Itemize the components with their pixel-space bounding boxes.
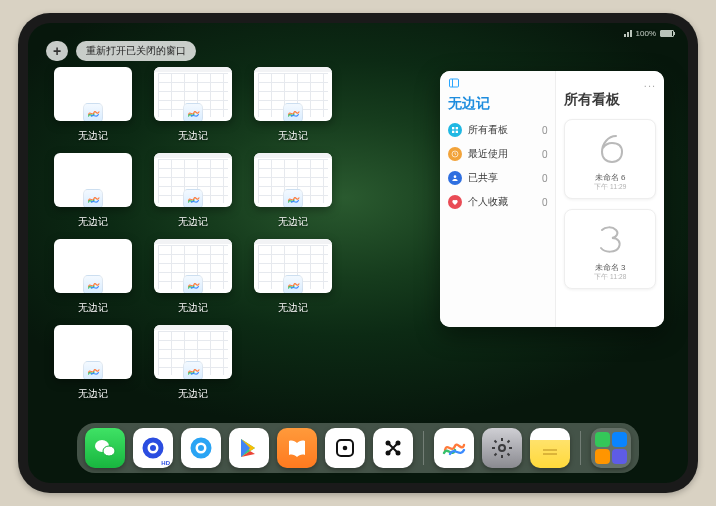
boards-list: 未命名 6下午 11:29未命名 3下午 11:28 [564,119,656,289]
window-label: 无边记 [254,215,332,229]
window-thumbnail[interactable]: 无边记 [154,239,232,315]
svg-rect-5 [456,131,458,133]
svg-point-11 [150,445,156,451]
person-icon [448,171,462,185]
category-count: 0 [542,197,548,208]
window-preview [54,239,132,293]
window-thumbnail[interactable]: 无边记 [54,153,132,229]
category-count: 0 [542,173,548,184]
board-thumbnail [584,216,636,260]
freeform-split-window[interactable]: 无边记 所有看板0最近使用0已共享0个人收藏0 ... 所有看板 未命名 6下午… [440,71,664,327]
ipad-device-frame: 100% + 重新打开已关闭的窗口 无边记无边记无边记无边记无边记无边记无边记无… [18,13,698,493]
dock: HD [77,423,639,473]
board-subtitle: 下午 11:29 [594,183,626,192]
category-label: 最近使用 [468,147,508,161]
dock-app-connect[interactable] [373,428,413,468]
sidebar-category-item[interactable]: 已共享0 [448,171,547,185]
svg-rect-4 [452,131,454,133]
window-thumbnail[interactable]: 无边记 [54,239,132,315]
dock-app-app-library[interactable] [591,428,631,468]
dock-app-dice[interactable] [325,428,365,468]
window-label: 无边记 [154,215,232,229]
svg-rect-3 [456,127,458,129]
svg-rect-2 [452,127,454,129]
dock-app-quark[interactable] [181,428,221,468]
freeform-app-icon [83,275,103,293]
freeform-app-icon [283,103,303,121]
window-label: 无边记 [54,129,132,143]
category-count: 0 [542,149,548,160]
workspace: 无边记无边记无边记无边记无边记无边记无边记无边记无边记无边记无边记 无边记 所有… [52,65,664,421]
window-preview [154,153,232,207]
board-title: 未命名 6 [595,172,626,183]
window-label: 无边记 [154,301,232,315]
window-label: 无边记 [154,129,232,143]
freeform-app-icon [83,103,103,121]
boards-pane-title: 所有看板 [564,91,656,109]
window-toolbar: + 重新打开已关闭的窗口 [28,41,688,67]
window-thumbnail[interactable]: 无边记 [154,67,232,143]
dock-app-freeform[interactable] [434,428,474,468]
window-preview [54,153,132,207]
window-label: 无边记 [254,129,332,143]
category-count: 0 [542,125,548,136]
battery-icon [660,30,674,37]
dock-app-quark-hd[interactable]: HD [133,428,173,468]
freeform-app-icon [183,103,203,121]
freeform-app-icon [183,189,203,207]
window-preview [154,325,232,379]
window-label: 无边记 [54,387,132,401]
window-label: 无边记 [254,301,332,315]
window-preview [254,239,332,293]
dock-app-wechat[interactable] [85,428,125,468]
freeform-app-icon [283,275,303,293]
category-label: 已共享 [468,171,498,185]
window-preview [254,153,332,207]
board-subtitle: 下午 11:28 [594,273,626,282]
board-title: 未命名 3 [595,262,626,273]
app-windows-grid: 无边记无边记无边记无边记无边记无边记无边记无边记无边记无边记无边记 [54,67,332,401]
dock-app-play-store[interactable] [229,428,269,468]
ipad-screen: 100% + 重新打开已关闭的窗口 无边记无边记无边记无边记无边记无边记无边记无… [28,23,688,483]
window-label: 无边记 [54,301,132,315]
dock-app-books[interactable] [277,428,317,468]
window-thumbnail[interactable]: 无边记 [254,153,332,229]
heart-icon [448,195,462,209]
battery-label: 100% [636,29,656,38]
sidebar-category-item[interactable]: 所有看板0 [448,123,547,137]
window-thumbnail[interactable]: 无边记 [54,67,132,143]
freeform-boards-pane: ... 所有看板 未命名 6下午 11:29未命名 3下午 11:28 [556,71,664,327]
window-preview [254,67,332,121]
dock-separator [423,431,424,465]
sidebar-category-list: 所有看板0最近使用0已共享0个人收藏0 [448,123,547,209]
window-thumbnail[interactable]: 无边记 [154,153,232,229]
window-thumbnail[interactable]: 无边记 [154,325,232,401]
board-card[interactable]: 未命名 3下午 11:28 [564,209,656,289]
svg-rect-0 [450,79,459,87]
window-thumbnail[interactable]: 无边记 [254,239,332,315]
more-options-button[interactable]: ... [644,77,656,89]
reopen-closed-window-button[interactable]: 重新打开已关闭的窗口 [76,41,196,61]
category-label: 个人收藏 [468,195,508,209]
sidebar-title: 无边记 [448,95,547,113]
freeform-app-icon [183,361,203,379]
dock-app-settings[interactable] [482,428,522,468]
svg-point-13 [198,445,204,451]
dock-separator [580,431,581,465]
window-label: 无边记 [154,387,232,401]
window-preview [54,67,132,121]
freeform-app-icon [83,361,103,379]
grid-icon [448,123,462,137]
window-thumbnail[interactable]: 无边记 [254,67,332,143]
svg-point-20 [499,445,505,451]
status-bar: 100% [28,23,688,41]
sidebar-category-item[interactable]: 个人收藏0 [448,195,547,209]
sidebar-category-item[interactable]: 最近使用0 [448,147,547,161]
new-window-button[interactable]: + [46,41,68,61]
window-thumbnail[interactable]: 无边记 [54,325,132,401]
sidebar-toggle-icon[interactable] [448,77,547,91]
window-preview [154,67,232,121]
board-card[interactable]: 未命名 6下午 11:29 [564,119,656,199]
dock-app-notes[interactable] [530,428,570,468]
freeform-app-icon [183,275,203,293]
